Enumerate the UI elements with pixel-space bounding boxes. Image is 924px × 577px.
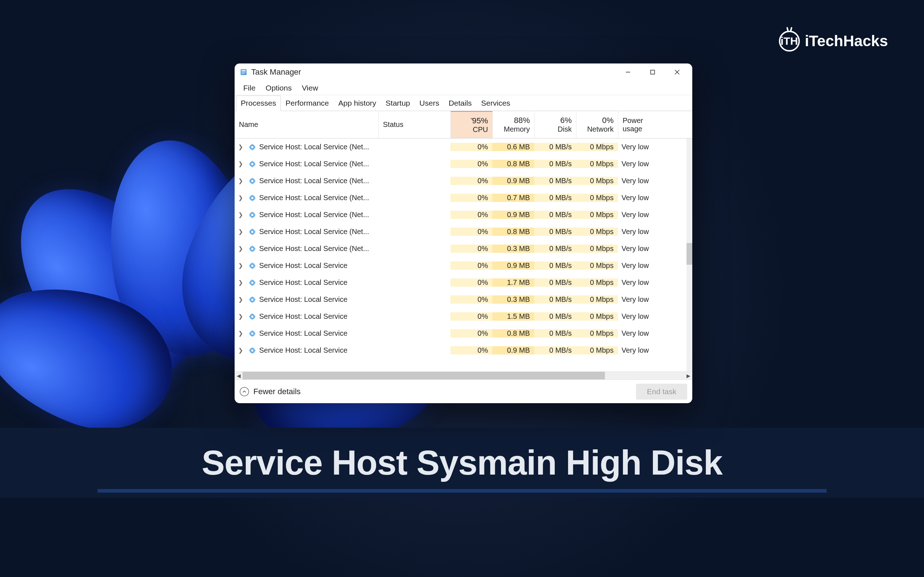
- expand-icon[interactable]: ❯: [238, 313, 246, 320]
- svg-rect-53: [252, 268, 253, 269]
- expand-icon[interactable]: ❯: [238, 161, 246, 167]
- expand-icon[interactable]: ❯: [238, 296, 246, 303]
- scrollbar-thumb[interactable]: [242, 372, 605, 379]
- table-row[interactable]: ❯Service Host: Local Service0%1.5 MB0 MB…: [234, 308, 692, 325]
- gear-icon: [248, 143, 256, 151]
- process-name: Service Host: Local Service: [259, 279, 347, 287]
- svg-rect-66: [249, 299, 250, 300]
- cell-cpu: 0%: [451, 312, 492, 321]
- tab-processes[interactable]: Processes: [236, 95, 281, 111]
- close-button[interactable]: [665, 65, 690, 79]
- expand-icon[interactable]: ❯: [238, 347, 246, 354]
- svg-rect-30: [249, 198, 250, 198]
- svg-rect-5: [651, 70, 655, 74]
- svg-rect-34: [252, 211, 253, 213]
- tab-startup[interactable]: Startup: [381, 95, 415, 111]
- svg-rect-55: [254, 266, 255, 266]
- table-row[interactable]: ❯Service Host: Local Service0%0.8 MB0 MB…: [234, 325, 692, 342]
- table-row[interactable]: ❯Service Host: Local Service0%1.7 MB0 MB…: [234, 274, 692, 291]
- tab-details[interactable]: Details: [444, 95, 477, 111]
- scroll-left-icon[interactable]: ◀: [234, 373, 242, 379]
- cell-network: 0 Mbps: [576, 227, 618, 236]
- expand-icon[interactable]: ❯: [238, 262, 246, 269]
- cell-power: Very low: [618, 261, 665, 270]
- minimize-button[interactable]: [616, 65, 640, 79]
- fewer-details-button[interactable]: Fewer details: [240, 387, 300, 396]
- table-row[interactable]: ❯Service Host: Local Service0%0.3 MB0 MB…: [234, 291, 692, 308]
- expand-icon[interactable]: ❯: [238, 194, 246, 201]
- cell-memory: 0.3 MB: [492, 245, 534, 253]
- end-task-button[interactable]: End task: [636, 384, 687, 400]
- svg-rect-3: [242, 73, 244, 74]
- cell-disk: 0 MB/s: [534, 245, 576, 253]
- svg-rect-13: [254, 147, 255, 148]
- tab-services[interactable]: Services: [477, 95, 515, 111]
- svg-rect-43: [254, 232, 255, 232]
- table-row[interactable]: ❯Service Host: Local Service (Net...0%0.…: [234, 223, 692, 240]
- gear-icon: [248, 245, 256, 253]
- svg-point-69: [251, 316, 254, 318]
- expand-icon[interactable]: ❯: [238, 330, 246, 337]
- cell-disk: 0 MB/s: [534, 329, 576, 338]
- col-name[interactable]: Name: [234, 111, 378, 138]
- svg-rect-46: [252, 245, 253, 246]
- cell-cpu: 0%: [451, 143, 492, 151]
- table-row[interactable]: ❯Service Host: Local Service0%0.9 MB0 MB…: [234, 257, 692, 274]
- table-body: ❯Service Host: Local Service (Net...0%0.…: [234, 139, 692, 371]
- table-row[interactable]: ❯Service Host: Local Service (Net...0%0.…: [234, 139, 692, 155]
- tab-app-history[interactable]: App history: [333, 95, 381, 111]
- task-manager-window: Task Manager File Options View Processes…: [234, 63, 692, 403]
- expand-icon[interactable]: ❯: [238, 228, 246, 235]
- expand-icon[interactable]: ❯: [238, 143, 246, 150]
- menu-options[interactable]: Options: [261, 82, 297, 95]
- table-row[interactable]: ❯Service Host: Local Service (Net...0%0.…: [234, 189, 692, 206]
- horizontal-scrollbar[interactable]: ◀ ▶: [234, 371, 692, 379]
- expand-icon[interactable]: ❯: [238, 177, 246, 184]
- cell-memory: 0.9 MB: [492, 346, 534, 355]
- col-power[interactable]: Power usage: [618, 111, 665, 138]
- col-status[interactable]: Status: [378, 111, 451, 138]
- cell-cpu: 0%: [451, 329, 492, 338]
- cell-disk: 0 MB/s: [534, 312, 576, 321]
- cell-network: 0 Mbps: [576, 261, 618, 270]
- scrollbar-thumb[interactable]: [687, 243, 692, 265]
- process-name: Service Host: Local Service (Net...: [259, 160, 369, 168]
- svg-rect-70: [252, 313, 253, 314]
- gear-icon: [248, 211, 256, 219]
- svg-rect-83: [252, 352, 253, 353]
- tab-users[interactable]: Users: [415, 95, 444, 111]
- table-row[interactable]: ❯Service Host: Local Service0%0.9 MB0 MB…: [234, 342, 692, 359]
- table-row[interactable]: ❯Service Host: Local Service (Net...0%0.…: [234, 172, 692, 189]
- window-title: Task Manager: [251, 68, 301, 77]
- col-disk[interactable]: 6% Disk: [534, 111, 576, 138]
- maximize-button[interactable]: [640, 65, 665, 79]
- cell-network: 0 Mbps: [576, 245, 618, 253]
- tab-performance[interactable]: Performance: [281, 95, 333, 111]
- table-row[interactable]: ❯Service Host: Local Service (Net...0%0.…: [234, 240, 692, 257]
- cell-disk: 0 MB/s: [534, 160, 576, 168]
- svg-rect-85: [254, 350, 255, 351]
- table-row[interactable]: ❯Service Host: Local Service (Net...0%0.…: [234, 155, 692, 172]
- cell-power: Very low: [618, 227, 665, 236]
- sort-indicator-icon: ⌄: [470, 115, 474, 121]
- expand-icon[interactable]: ❯: [238, 211, 246, 218]
- col-memory[interactable]: 88% Memory: [492, 111, 534, 138]
- menu-view[interactable]: View: [297, 82, 323, 95]
- cell-network: 0 Mbps: [576, 329, 618, 338]
- cell-cpu: 0%: [451, 245, 492, 253]
- expand-icon[interactable]: ❯: [238, 245, 246, 252]
- expand-icon[interactable]: ❯: [238, 279, 246, 286]
- svg-rect-84: [249, 350, 250, 351]
- menu-file[interactable]: File: [238, 82, 261, 95]
- titlebar[interactable]: Task Manager: [234, 63, 692, 81]
- process-name: Service Host: Local Service (Net...: [259, 227, 369, 236]
- svg-rect-36: [249, 214, 250, 215]
- table-row[interactable]: ❯Service Host: Local Service (Net...0%0.…: [234, 206, 692, 223]
- vertical-scrollbar[interactable]: [687, 139, 692, 371]
- col-network[interactable]: 0% Network: [576, 111, 618, 138]
- cell-network: 0 Mbps: [576, 211, 618, 219]
- col-cpu[interactable]: ⌄ 95% CPU: [451, 111, 492, 138]
- scroll-right-icon[interactable]: ▶: [684, 373, 692, 379]
- brand-mark-icon: iTH: [779, 31, 800, 52]
- cell-network: 0 Mbps: [576, 295, 618, 304]
